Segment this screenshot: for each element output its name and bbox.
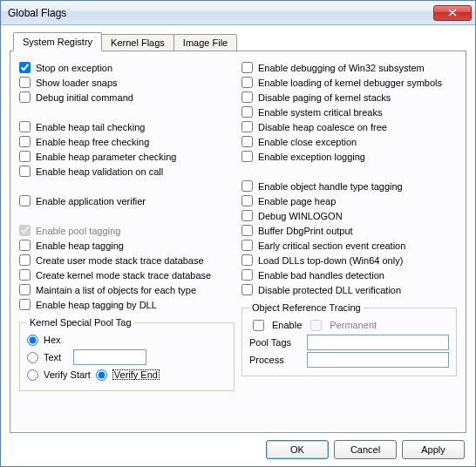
chk-debug-winlogon[interactable]: Debug WINLOGON xyxy=(241,208,457,223)
chk-enable-object-handle-type-tagging[interactable]: Enable object handle type tagging xyxy=(241,179,457,193)
chk-early-critical-section-event[interactable]: Early critical section event creation xyxy=(241,238,457,253)
title-bar: Global Flags xyxy=(1,1,475,25)
group-kernel-special-pool-tag: Kernel Special Pool Tag Hex Text Verify … xyxy=(19,317,235,391)
radio-verify-end[interactable] xyxy=(96,369,107,381)
chk-disable-heap-coalesce-on-free[interactable]: Disable heap coalesce on free xyxy=(241,119,457,134)
radio-label: Verify Start xyxy=(44,369,91,380)
tab-panel: Stop on exception Show loader snaps Debu… xyxy=(10,51,466,433)
window-title: Global Flags xyxy=(8,7,433,19)
tab-label: Kernel Flags xyxy=(111,37,165,48)
chk-create-user-mode-stack-trace-db[interactable]: Create user mode stack trace database xyxy=(19,253,235,267)
right-column: Enable debugging of Win32 subsystem Enab… xyxy=(241,60,457,391)
chk-enable-heap-tagging-by-dll[interactable]: Enable heap tagging by DLL xyxy=(19,297,235,312)
chk-maintain-list-of-objects[interactable]: Maintain a list of objects for each type xyxy=(19,282,235,297)
tab-label: Image File xyxy=(183,37,228,48)
chk-load-dlls-top-down[interactable]: Load DLLs top-down (Win64 only) xyxy=(241,253,457,267)
chk-debug-initial-command[interactable]: Debug initial command xyxy=(19,90,235,105)
pool-tags-input[interactable] xyxy=(307,335,449,350)
apply-button[interactable]: Apply xyxy=(402,440,465,459)
radio-verify-start[interactable] xyxy=(27,369,38,381)
chk-enable-bad-handles-detection[interactable]: Enable bad handles detection xyxy=(241,267,457,282)
chk-stop-on-exception[interactable]: Stop on exception xyxy=(19,60,235,75)
chk-enable-system-critical-breaks[interactable]: Enable system critical breaks xyxy=(241,105,457,119)
chk-enable-heap-tail-checking[interactable]: Enable heap tail checking xyxy=(19,119,235,134)
ok-button[interactable]: OK xyxy=(266,440,329,459)
chk-enable-heap-free-checking[interactable]: Enable heap free checking xyxy=(19,134,235,149)
pool-tag-input[interactable] xyxy=(73,349,146,365)
dialog-buttons: OK Cancel Apply xyxy=(10,433,466,459)
chk-disable-paging-kernel-stacks[interactable]: Disable paging of kernel stacks xyxy=(241,90,457,105)
pool-tags-label: Pool Tags xyxy=(249,337,302,348)
close-icon xyxy=(448,9,457,17)
chk-enable-application-verifier[interactable]: Enable application verifier xyxy=(19,193,235,208)
tab-label: System Registry xyxy=(23,37,92,47)
tab-image-file[interactable]: Image File xyxy=(173,34,237,51)
radio-label: Hex xyxy=(44,335,61,345)
left-column: Stop on exception Show loader snaps Debu… xyxy=(19,60,235,391)
chk-enable-debugging-win32[interactable]: Enable debugging of Win32 subsystem xyxy=(241,60,457,75)
group-object-reference-tracing: Object Reference Tracing Enable Permanen… xyxy=(241,302,457,376)
chk-enable-heap-tagging[interactable]: Enable heap tagging xyxy=(19,238,235,253)
tab-strip: System Registry Kernel Flags Image File xyxy=(13,32,466,51)
cancel-button[interactable]: Cancel xyxy=(334,440,397,459)
process-label: Process xyxy=(249,355,302,365)
chk-ort-permanent xyxy=(310,320,322,331)
tab-kernel-flags[interactable]: Kernel Flags xyxy=(101,34,174,51)
radio-label: Verify End xyxy=(112,369,160,380)
radio-hex[interactable] xyxy=(27,335,38,346)
chk-buffer-dbgprint-output[interactable]: Buffer DbgPrint output xyxy=(241,223,457,238)
chk-disable-protected-dll-verification[interactable]: Disable protected DLL verification xyxy=(241,282,457,297)
radio-label: Text xyxy=(44,352,68,362)
chk-enable-pool-tagging: Enable pool tagging xyxy=(19,223,235,238)
process-input[interactable] xyxy=(307,352,449,368)
checkbox-label: Permanent xyxy=(330,320,377,330)
chk-enable-heap-validation-on-call[interactable]: Enable heap validation on call xyxy=(19,164,235,179)
chk-enable-page-heap[interactable]: Enable page heap xyxy=(241,193,457,208)
chk-show-loader-snaps[interactable]: Show loader snaps xyxy=(19,75,235,90)
chk-enable-heap-parameter-checking[interactable]: Enable heap parameter checking xyxy=(19,149,235,164)
tab-system-registry[interactable]: System Registry xyxy=(13,32,102,51)
chk-enable-close-exception[interactable]: Enable close exception xyxy=(241,134,457,149)
chk-enable-exception-logging[interactable]: Enable exception logging xyxy=(241,149,457,164)
close-button[interactable] xyxy=(433,5,472,21)
chk-create-kernel-mode-stack-trace-db[interactable]: Create kernel mode stack trace database xyxy=(19,267,235,282)
group-legend: Object Reference Tracing xyxy=(249,302,364,313)
group-legend: Kernel Special Pool Tag xyxy=(27,317,134,328)
chk-ort-enable[interactable] xyxy=(253,320,264,331)
chk-enable-loading-kernel-dbg-symbols[interactable]: Enable loading of kernel debugger symbol… xyxy=(241,75,457,90)
checkbox-label: Enable xyxy=(272,320,302,330)
radio-text[interactable] xyxy=(27,352,38,363)
